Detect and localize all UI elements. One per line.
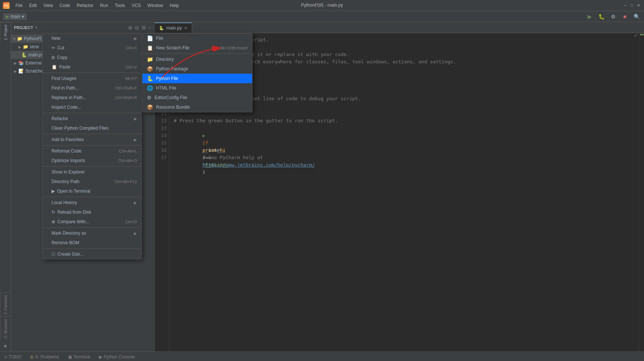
title-bar-left: PC File Edit View Code Refactor Run Tool… [3, 2, 182, 9]
menu-dirpath-label: Directory Path [52, 179, 79, 184]
menu-item-find-path[interactable]: Find in Path... Ctrl+Shift+F [43, 83, 141, 93]
bottom-tab-problems[interactable]: ⚠ 6: Problems [28, 354, 60, 360]
sidebar-header: Project ▾ ⊕ ⊖ ⚙ − [11, 22, 154, 33]
bottom-tab-todo[interactable]: ≡ TODO [3, 354, 22, 360]
menu-item-remove-bom[interactable]: Remove BOM [43, 238, 141, 248]
menu-vcs[interactable]: VCS [129, 2, 144, 9]
bottom-tab-terminal[interactable]: ▣ Terminal [67, 354, 92, 360]
menu-item-new[interactable]: New ▶ 📄 File 📋 New Scratch File Ctrl+Alt… [43, 34, 141, 43]
scratch-icon: 📋 [147, 45, 153, 51]
menu-item-show-explorer[interactable]: Show in Explorer [43, 167, 141, 177]
menu-tools[interactable]: Tools [112, 2, 128, 9]
menu-item-reformat[interactable]: Reformat Code Ctrl+Alt+L [43, 146, 141, 156]
tab-project[interactable]: 1: Project [0, 22, 11, 42]
menu-item-refactor[interactable]: Refactor ▶ [43, 114, 141, 123]
menu-findpath-label: Find in Path... [52, 85, 79, 91]
collapse-all-icon[interactable]: ⊖ [135, 25, 139, 31]
sidebar-dropdown-icon[interactable]: ▾ [35, 25, 37, 29]
tree-root-arrow: ▼ [13, 37, 17, 41]
console-icon: ▶ [99, 354, 102, 360]
menu-inspect-label: Inspect Code... [52, 105, 81, 110]
right-gutter [639, 33, 644, 351]
tab-close-icon[interactable]: ✕ [184, 26, 187, 31]
menu-item-terminal[interactable]: ▶ Open in Terminal [43, 186, 141, 196]
menu-item-reload[interactable]: ↻ Reload from Disk [43, 207, 141, 217]
stop-button[interactable]: ■ [620, 12, 629, 21]
menu-item-compare[interactable]: ⊕ Compare With... Ctrl+D [43, 217, 141, 227]
problems-icon: ⚠ [30, 354, 34, 360]
menu-code[interactable]: Code [57, 2, 73, 9]
bottom-tab-python-console[interactable]: ▶ Python Console [98, 354, 137, 360]
menu-item-dir-path[interactable]: Directory Path Ctrl+Alt+F12 [43, 177, 141, 186]
code-line-13: ▶ if __name__ == '__main__' : [174, 125, 634, 132]
submenu-editorconfig[interactable]: ⚙ EditorConfig File [142, 93, 252, 102]
favorites-star[interactable]: ★ [0, 340, 11, 351]
sidebar-title-area: Project ▾ [14, 25, 37, 30]
folder-icon: 📁 [17, 36, 22, 41]
menu-item-gist[interactable]: ⬡ Create Gist... [43, 249, 141, 259]
compare-item-left: ⊕ Compare With... [52, 219, 89, 224]
toolbar-right: ▶ 🐛 ⚙ ■ 🔍 [585, 12, 641, 21]
menu-fav-label: Add to Favorites [52, 137, 84, 142]
menu-window[interactable]: Window [145, 2, 166, 9]
menu-file[interactable]: File [13, 2, 25, 9]
problems-label: 6: Problems [35, 354, 59, 360]
menu-item-optimize[interactable]: Optimize Imports Ctrl+Alt+O [43, 156, 141, 165]
menu-gist-label: Create Gist... [57, 252, 84, 257]
replacepath-shortcut: Ctrl+Shift+R [115, 95, 137, 100]
menu-item-inspect[interactable]: Inspect Code... [43, 102, 141, 112]
run-configuration[interactable]: ▶ main ▾ [3, 13, 27, 20]
reformat-shortcut: Ctrl+Alt+L [119, 149, 137, 153]
menu-refactor[interactable]: Refactor [74, 2, 96, 9]
settings-icon[interactable]: ⚙ [141, 25, 146, 31]
jetbrains-link[interactable]: https://www.jetbrains.com/help/pycharm/ [202, 162, 315, 168]
refactor-arrow: ▶ [134, 117, 137, 121]
menu-item-favorites[interactable]: Add to Favorites ▶ [43, 135, 141, 144]
menu-item-copy[interactable]: ⧉ Copy [43, 53, 141, 62]
file-icon: 📄 [147, 35, 153, 41]
pythonfile-icon: 🐍 [147, 76, 153, 81]
build-button[interactable]: ⚙ [609, 12, 618, 21]
menu-help[interactable]: Help [167, 2, 182, 9]
search-button[interactable]: 🔍 [632, 12, 641, 21]
tab-favorites[interactable]: 2: Favorites [0, 292, 11, 316]
tab-label: main.py [166, 25, 182, 31]
debug-button[interactable]: 🐛 [597, 12, 606, 21]
menu-item-paste[interactable]: 📋 Paste Ctrl+V [43, 62, 141, 72]
submenu-ec-label: EditorConfig File [155, 95, 187, 100]
menu-item-cut[interactable]: ✂ Cut Ctrl+X [43, 43, 141, 53]
maximize-button[interactable]: □ [629, 3, 634, 8]
cut-shortcut: Ctrl+X [125, 46, 137, 50]
expand-all-icon[interactable]: ⊕ [128, 25, 132, 31]
tab-icon: 🐍 [159, 26, 164, 31]
run-config-chevron: ▾ [22, 14, 24, 19]
fav-arrow: ▶ [134, 138, 137, 142]
menu-run[interactable]: Run [97, 2, 111, 9]
submenu-resource-bundle[interactable]: 📦 Resource Bundle [142, 102, 252, 112]
run-config-name: main [11, 14, 20, 19]
editor-tab-mainpy[interactable]: 🐍 main.py ✕ [155, 22, 192, 33]
submenu-html-label: HTML File [156, 85, 176, 91]
code-line-15 [174, 139, 634, 147]
menu-item-find-usages[interactable]: Find Usages Alt+F7 [43, 74, 141, 83]
close-button[interactable]: ✕ [636, 3, 641, 8]
submenu-file[interactable]: 📄 File [142, 34, 252, 43]
func-name: print_hi [202, 147, 226, 153]
tab-structure[interactable]: Z: Structure [0, 316, 11, 340]
minimize-button[interactable]: ─ [623, 3, 628, 8]
menu-view[interactable]: View [40, 2, 56, 9]
menu-cleanpy-label: Clean Python Compiled Files [52, 126, 109, 131]
menu-item-local-history[interactable]: Local History ▶ [43, 198, 141, 207]
paste-shortcut: Ctrl+V [125, 65, 137, 69]
menu-item-clean-python[interactable]: Clean Python Compiled Files [43, 123, 141, 133]
menu-explorer-label: Show in Explorer [52, 169, 85, 175]
submenu-html-file[interactable]: 🌐 HTML File [142, 83, 252, 93]
hide-icon[interactable]: − [148, 25, 151, 31]
red-arrow-indicator [158, 44, 232, 81]
menu-edit[interactable]: Edit [26, 2, 40, 9]
run-button[interactable]: ▶ [585, 12, 594, 21]
menu-item-replace-path[interactable]: Replace in Path... Ctrl+Shift+R [43, 93, 141, 102]
run-config-icon: ▶ [6, 14, 9, 19]
menu-item-mark-dir[interactable]: Mark Directory as ▶ [43, 228, 141, 238]
menu-new-arrow: ▶ [134, 36, 137, 41]
